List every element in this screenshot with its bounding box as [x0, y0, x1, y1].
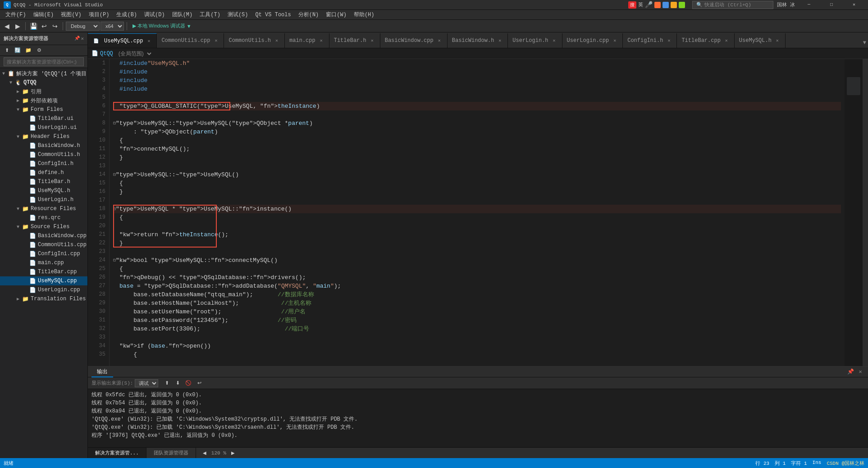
tab5-close[interactable]: ✕	[369, 37, 375, 44]
tree-userlogin-h[interactable]: ▶ 📄 UserLogin.h	[0, 195, 87, 204]
menu-tools[interactable]: 工具(T)	[196, 10, 224, 19]
menu-debug[interactable]: 调试(D)	[141, 10, 169, 19]
output-btn2[interactable]: ⬇	[173, 378, 183, 388]
menu-build[interactable]: 生成(B)	[113, 10, 141, 19]
output-clear-btn[interactable]: 🚫	[183, 378, 193, 388]
panel-pin-btn[interactable]: 📌	[846, 368, 854, 376]
tree-translation-files[interactable]: ▶ 📁 Translation Files	[0, 294, 87, 303]
tree-commonutils-h[interactable]: ▶ 📄 CommonUtils.h	[0, 150, 87, 159]
menu-analyze[interactable]: 分析(N)	[295, 10, 323, 19]
tab-titlebar-h[interactable]: TitleBar.h ✕	[329, 33, 380, 48]
toolbar-forward-btn[interactable]: ▶	[13, 21, 23, 31]
menu-edit[interactable]: 编辑(E)	[30, 10, 58, 19]
tab8-close[interactable]: ✕	[551, 37, 557, 44]
sidebar-btn2[interactable]: 🔄	[13, 46, 23, 55]
tree-basicwindow-cpp[interactable]: ▶ 📄 BasicWindow.cpp	[0, 231, 87, 240]
menu-team[interactable]: 团队(M)	[169, 10, 196, 19]
tree-userlogin-cpp[interactable]: ▶ 📄 UserLogin.cpp	[0, 285, 87, 294]
tab-userlogin-h[interactable]: UserLogin.h ✕	[508, 33, 562, 48]
tab1-close[interactable]: ✕	[146, 38, 152, 44]
tab12-close[interactable]: ✕	[774, 37, 781, 44]
tab4-label: main.cpp	[289, 37, 315, 44]
tab-userlogin-cpp[interactable]: UserLogin.cpp ✕	[562, 33, 623, 48]
run-debug-btn[interactable]: ▶ 本地 Windows 调试器 ▼	[130, 22, 194, 30]
sidebar-btn1[interactable]: ⬆	[2, 46, 12, 55]
tab-usemysql-cpp[interactable]: 📄 UseMySQL.cpp ✕	[88, 33, 157, 48]
tab-configini-h[interactable]: ConfigIni.h ✕	[623, 33, 677, 48]
panel-close-btn[interactable]: ✕	[856, 368, 864, 376]
menu-qt[interactable]: Qt VS Tools	[251, 11, 294, 19]
tab4-close[interactable]: ✕	[318, 37, 324, 44]
menu-view[interactable]: 视图(V)	[57, 10, 85, 19]
maximize-btn[interactable]: □	[821, 0, 842, 10]
quick-launch[interactable]: 🔍 快速启动 (Ctrl+Q)	[692, 1, 773, 9]
tree-configini-cpp[interactable]: ▶ 📄 ConfigIni.cpp	[0, 249, 87, 258]
debug-config-dropdown[interactable]: Debug Release	[66, 22, 100, 31]
tab11-close[interactable]: ✕	[723, 37, 730, 44]
tab-basicwindow-cpp[interactable]: BasicWindow.cpp ✕	[380, 33, 448, 48]
output-wrap-btn[interactable]: ↩	[194, 378, 204, 388]
editor-scrollbar[interactable]	[863, 59, 868, 366]
bottom-tab-team[interactable]: 团队资源管理器	[146, 448, 196, 459]
tree-references[interactable]: ▶ 📁 引用	[0, 87, 87, 96]
tab-commonutils-cpp[interactable]: CommonUtils.cpp ✕	[157, 33, 224, 48]
tab-basicwindow-h[interactable]: BasicWindow.h ✕	[448, 33, 508, 48]
tab7-close[interactable]: ✕	[497, 37, 503, 44]
tree-titlebar-ui[interactable]: ▶ 📄 TitleBar.ui	[0, 114, 87, 123]
tab-usemysql-h[interactable]: UseMySQL.h ✕	[735, 33, 786, 48]
sidebar-btn3[interactable]: 📁	[23, 46, 33, 55]
sidebar-btn4[interactable]: ⚙	[34, 46, 44, 55]
tab-main-cpp[interactable]: main.cpp ✕	[285, 33, 329, 48]
tree-source-files[interactable]: ▼ 📁 Source Files	[0, 222, 87, 231]
tree-solution[interactable]: ▼ 📋 解决方案 'QtQQ'(1 个项目)	[0, 69, 87, 78]
bottom-tab-solution[interactable]: 解决方案资源管...	[88, 448, 146, 459]
tree-main-cpp[interactable]: ▶ 📄 main.cpp	[0, 258, 87, 267]
menu-help[interactable]: 帮助(H)	[350, 10, 378, 19]
sidebar-pin-btn[interactable]: 📌	[74, 36, 80, 41]
tab6-close[interactable]: ✕	[436, 37, 443, 44]
tree-commonutils-cpp[interactable]: ▶ 📄 CommonUtils.cpp	[0, 240, 87, 249]
tree-titlebar-h[interactable]: ▶ 📄 TitleBar.h	[0, 177, 87, 186]
tree-basicwindow-h[interactable]: ▶ 📄 BasicWindow.h	[0, 141, 87, 150]
menu-test[interactable]: 测试(S)	[224, 10, 252, 19]
output-source-select[interactable]: 调试 生成	[135, 379, 158, 387]
tab10-close[interactable]: ✕	[666, 37, 672, 44]
toolbar-undo-btn[interactable]: ↩	[39, 21, 49, 31]
menu-project[interactable]: 项目(P)	[85, 10, 113, 19]
minimize-btn[interactable]: ─	[799, 0, 819, 10]
tree-form-files[interactable]: ▼ 📁 Form Files	[0, 105, 87, 114]
bc-scope-dropdown[interactable]: (全局范围)	[115, 50, 153, 57]
zoom-in-btn[interactable]: ▶	[228, 448, 238, 458]
zoom-out-btn[interactable]: ◀	[200, 448, 210, 458]
toolbar-back-btn[interactable]: ◀	[2, 21, 12, 31]
tab9-close[interactable]: ✕	[612, 37, 618, 44]
tab-titlebar-cpp[interactable]: TitleBar.cpp ✕	[677, 33, 734, 48]
toolbar-redo-btn[interactable]: ↪	[50, 21, 60, 31]
tree-configini-h[interactable]: ▶ 📄 ConfigIni.h	[0, 159, 87, 168]
tree-header-files[interactable]: ▼ 📁 Header Files	[0, 132, 87, 141]
tree-external-deps[interactable]: ▶ 📁 外部依赖项	[0, 96, 87, 105]
sidebar-search-input[interactable]	[4, 57, 84, 66]
code-editor[interactable]: 1234567891011121314151617181920212223242…	[88, 59, 868, 366]
menu-window[interactable]: 窗口(W)	[322, 10, 350, 19]
platform-dropdown[interactable]: x64 x86	[101, 22, 124, 31]
menu-file[interactable]: 文件(F)	[2, 10, 30, 19]
code-content[interactable]: #include "UseMySQL.h"#include #include #…	[110, 59, 845, 366]
tree-resource-files[interactable]: ▼ 📁 Resource Files	[0, 204, 87, 213]
tab3-close[interactable]: ✕	[274, 37, 280, 44]
panel-tab-output[interactable]: 输出	[91, 367, 113, 377]
tree-define-h[interactable]: ▶ 📄 define.h	[0, 168, 87, 177]
tree-project[interactable]: ▼ 🐧 QTQQ	[0, 78, 87, 87]
sidebar-close-btn[interactable]: ✕	[81, 36, 84, 41]
toolbar-save-btn[interactable]: 💾	[28, 21, 38, 31]
tree-usemysql-h[interactable]: ▶ 📄 UseMySQL.h	[0, 186, 87, 195]
tree-res-qrc[interactable]: ▶ 📄 res.qrc	[0, 213, 87, 222]
tab-overflow-btn[interactable]: ▼	[861, 38, 868, 48]
tree-titlebar-cpp[interactable]: ▶ 📄 TitleBar.cpp	[0, 267, 87, 276]
tree-userlogin-ui[interactable]: ▶ 📄 UserLogin.ui	[0, 123, 87, 132]
tab2-close[interactable]: ✕	[213, 37, 219, 44]
close-btn[interactable]: ✕	[844, 0, 864, 10]
output-btn1[interactable]: ⬆	[162, 378, 172, 388]
tab-commonutils-h[interactable]: CommonUtils.h ✕	[224, 33, 285, 48]
tree-usemysql-cpp[interactable]: ▶ 📄 UseMySQL.cpp	[0, 276, 87, 285]
